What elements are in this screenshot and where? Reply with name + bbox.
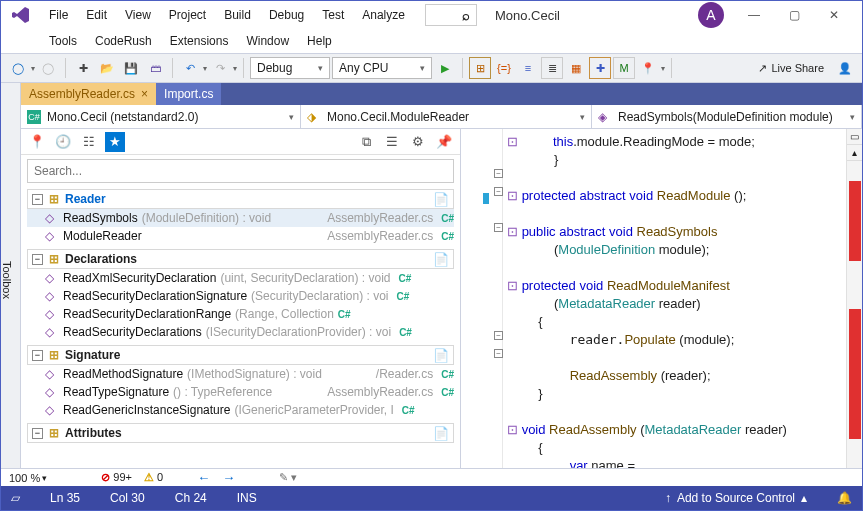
result-item[interactable]: ◇ReadSymbols(ModuleDefinition) : voidAss… xyxy=(27,209,454,227)
start-button[interactable]: ▶ xyxy=(434,57,456,79)
result-item[interactable]: ◇ReadSecurityDeclarationRange(Range, Col… xyxy=(27,305,454,323)
nav-fwd-button[interactable]: ◯ xyxy=(37,57,59,79)
redo-button[interactable]: ↷ xyxy=(209,57,231,79)
user-avatar[interactable]: A xyxy=(698,2,724,28)
title-search[interactable]: ⌕ xyxy=(425,4,477,26)
results-searchbox[interactable] xyxy=(27,159,454,183)
group-header[interactable]: −⊞Reader📄 xyxy=(27,189,454,209)
nav-class-combo[interactable]: ⬗ Mono.Cecil.ModuleReader▾ xyxy=(301,105,592,128)
cr-btn-3[interactable]: ≡ xyxy=(517,57,539,79)
menu-test[interactable]: Test xyxy=(314,4,352,26)
copy-icon[interactable]: ⧉ xyxy=(356,132,376,152)
cr-btn-8[interactable]: 📍 xyxy=(637,57,659,79)
next-issue-button[interactable]: → xyxy=(222,470,235,485)
bookmark-icon[interactable] xyxy=(483,193,489,204)
menu-tools[interactable]: Tools xyxy=(41,30,85,52)
pen-icon[interactable]: ✎ ▾ xyxy=(279,471,297,484)
group-header[interactable]: −⊞Declarations📄 xyxy=(27,249,454,269)
group-header[interactable]: −⊞Attributes📄 xyxy=(27,423,454,443)
menu-debug[interactable]: Debug xyxy=(261,4,312,26)
menu-help[interactable]: Help xyxy=(299,30,340,52)
scroll-up-icon[interactable]: ▴ xyxy=(847,145,862,161)
result-item[interactable]: ◇ReadGenericInstanceSignature(IGenericPa… xyxy=(27,401,454,419)
close-button[interactable]: ✕ xyxy=(814,2,854,28)
result-item[interactable]: ◇ReadSecurityDeclarationSignature(Securi… xyxy=(27,287,454,305)
expand-icon[interactable]: − xyxy=(32,350,43,361)
member-icon: ◇ xyxy=(45,325,59,339)
cr-btn-4[interactable]: ≣ xyxy=(541,57,563,79)
account-manage-icon[interactable]: 👤 xyxy=(834,57,856,79)
menu-coderush[interactable]: CodeRush xyxy=(87,30,160,52)
history-icon[interactable]: 🕘 xyxy=(53,132,73,152)
menu-project[interactable]: Project xyxy=(161,4,214,26)
cr-btn-6[interactable]: ✚ xyxy=(589,57,611,79)
result-item[interactable]: ◇ReadXmlSecurityDeclaration(uint, Securi… xyxy=(27,269,454,287)
expand-icon[interactable]: − xyxy=(32,254,43,265)
cr-btn-5[interactable]: ▦ xyxy=(565,57,587,79)
result-item[interactable]: ◇ReadTypeSignature() : TypeReferenceAsse… xyxy=(27,383,454,401)
menu-view[interactable]: View xyxy=(117,4,159,26)
menu-window[interactable]: Window xyxy=(238,30,297,52)
split-icon[interactable]: ▭ xyxy=(847,129,862,145)
result-item[interactable]: ◇ReadMethodSignature(IMethodSignature) :… xyxy=(27,365,454,383)
close-icon[interactable]: × xyxy=(141,87,148,101)
favorite-icon[interactable]: ★ xyxy=(105,132,125,152)
live-share-button[interactable]: ↗ Live Share xyxy=(750,62,832,75)
bell-icon[interactable]: 🔔 xyxy=(837,491,852,505)
prev-issue-button[interactable]: ← xyxy=(197,470,210,485)
undo-button[interactable]: ↶ xyxy=(179,57,201,79)
zoom-combo[interactable]: 100 % ▾ xyxy=(9,472,47,484)
member-icon: ◇ xyxy=(45,229,59,243)
pin-icon[interactable]: 📌 xyxy=(434,132,454,152)
code-text[interactable]: ⊡ this.module.ReadingMode = mode; } ⊡ pr… xyxy=(503,129,846,468)
list-icon[interactable]: ☰ xyxy=(382,132,402,152)
results-search-input[interactable] xyxy=(28,160,453,182)
nav-member-combo[interactable]: ◈ ReadSymbols(ModuleDefinition module)▾ xyxy=(592,105,862,128)
minimize-button[interactable]: — xyxy=(734,2,774,28)
member-icon: ◇ xyxy=(45,403,59,417)
cr-btn-7[interactable]: M xyxy=(613,57,635,79)
title-search-input[interactable] xyxy=(426,8,456,22)
output-icon[interactable]: ▱ xyxy=(11,491,20,505)
menu-build[interactable]: Build xyxy=(216,4,259,26)
outline-collapse-icon[interactable]: − xyxy=(494,331,503,340)
maximize-button[interactable]: ▢ xyxy=(774,2,814,28)
menu-analyze[interactable]: Analyze xyxy=(354,4,413,26)
tab-assemblyreader[interactable]: AssemblyReader.cs× xyxy=(21,83,156,105)
gear-icon[interactable]: ⚙ xyxy=(408,132,428,152)
pin-location-icon[interactable]: 📍 xyxy=(27,132,47,152)
expand-icon[interactable]: − xyxy=(32,428,43,439)
nav-project-combo[interactable]: C# Mono.Cecil (netstandard2.0)▾ xyxy=(21,105,301,128)
open-button[interactable]: 📂 xyxy=(96,57,118,79)
warning-count[interactable]: ⚠ 0 xyxy=(144,471,163,484)
menu-edit[interactable]: Edit xyxy=(78,4,115,26)
nav-combo-bar: C# Mono.Cecil (netstandard2.0)▾ ⬗ Mono.C… xyxy=(21,105,862,129)
solution-name: Mono.Cecil xyxy=(495,8,560,23)
save-button[interactable]: 💾 xyxy=(120,57,142,79)
tab-import[interactable]: Import.cs xyxy=(156,83,221,105)
group-header[interactable]: −⊞Signature📄 xyxy=(27,345,454,365)
new-button[interactable]: ✚ xyxy=(72,57,94,79)
nav-back-button[interactable]: ◯ xyxy=(7,57,29,79)
error-count[interactable]: ⊘ 99+ xyxy=(101,471,132,484)
cr-btn-2[interactable]: {=} xyxy=(493,57,515,79)
platform-dropdown[interactable]: Any CPU▾ xyxy=(332,57,432,79)
result-item[interactable]: ◇ModuleReaderAssemblyReader.csC# xyxy=(27,227,454,245)
outline-collapse-icon[interactable]: − xyxy=(494,169,503,178)
result-item[interactable]: ◇ReadSecurityDeclarations(ISecurityDecla… xyxy=(27,323,454,341)
cr-btn-1[interactable]: ⊞ xyxy=(469,57,491,79)
source-control-button[interactable]: ↑ Add to Source Control ▴ xyxy=(665,491,807,505)
menu-extensions[interactable]: Extensions xyxy=(162,30,237,52)
menu-file[interactable]: File xyxy=(41,4,76,26)
search-icon[interactable]: ⌕ xyxy=(456,8,476,23)
toolbox-tab[interactable]: Toolbox xyxy=(1,83,21,468)
save-all-button[interactable]: 🗃 xyxy=(144,57,166,79)
outline-collapse-icon[interactable]: − xyxy=(494,223,503,232)
config-dropdown[interactable]: Debug▾ xyxy=(250,57,330,79)
outline-collapse-icon[interactable]: − xyxy=(494,349,503,358)
outline-collapse-icon[interactable]: − xyxy=(494,187,503,196)
recent-icon[interactable]: ☷ xyxy=(79,132,99,152)
code-editor[interactable]: − − − − − ⊡ this.module.ReadingMode = mo… xyxy=(461,129,862,468)
vertical-scrollbar[interactable]: ▭ ▴ xyxy=(846,129,862,468)
expand-icon[interactable]: − xyxy=(32,194,43,205)
